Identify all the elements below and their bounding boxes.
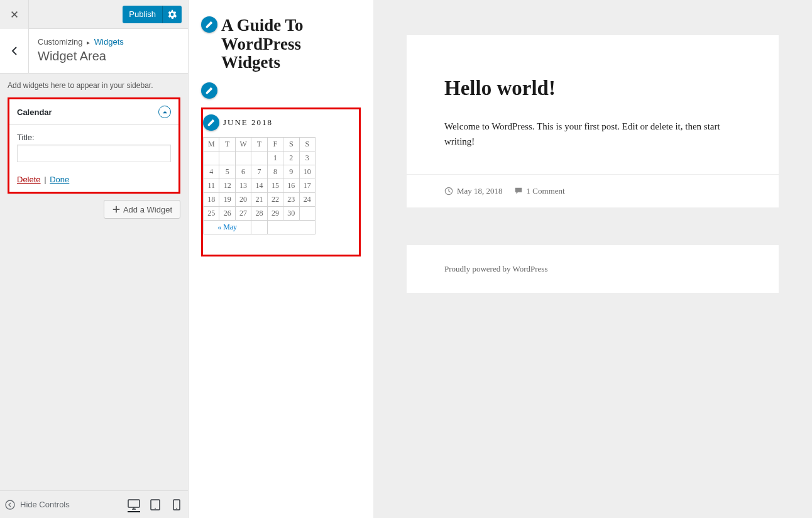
sidebar-description: Add widgets here to appear in your sideb… bbox=[8, 81, 180, 90]
calendar-prev-link[interactable]: « May bbox=[217, 223, 237, 231]
calendar-day[interactable]: 19 bbox=[219, 193, 235, 207]
calendar-day[interactable]: 11 bbox=[204, 179, 219, 193]
calendar-day[interactable]: 18 bbox=[204, 193, 219, 207]
calendar-day[interactable]: 28 bbox=[251, 207, 267, 221]
calendar-day bbox=[235, 152, 251, 165]
calendar-widget-preview: JUNE 2018 MTWTFSS 1234567891011121314151… bbox=[201, 107, 361, 256]
calendar-day[interactable]: 13 bbox=[235, 179, 251, 193]
section-header: Customizing ▸ Widgets Widget Area bbox=[0, 29, 188, 74]
pencil-icon bbox=[205, 86, 214, 95]
calendar-day[interactable]: 1 bbox=[267, 152, 283, 165]
calendar-day bbox=[251, 152, 267, 165]
close-button[interactable] bbox=[0, 0, 29, 29]
edit-shortcut-site-title[interactable] bbox=[201, 16, 217, 33]
close-icon bbox=[10, 10, 19, 19]
calendar-day[interactable]: 29 bbox=[267, 207, 283, 221]
gear-icon bbox=[167, 9, 177, 19]
hide-controls-button[interactable]: Hide Controls bbox=[5, 500, 70, 510]
calendar-day[interactable]: 25 bbox=[204, 207, 219, 221]
theme-sidebar: A Guide To WordPress Widgets JUNE 2018 M… bbox=[189, 0, 373, 518]
calendar-day[interactable]: 17 bbox=[299, 179, 315, 193]
calendar-caption: JUNE 2018 bbox=[223, 118, 273, 128]
post-title[interactable]: Hello world! bbox=[444, 77, 741, 100]
widget-done-link[interactable]: Done bbox=[50, 175, 69, 184]
calendar-day[interactable]: 8 bbox=[267, 165, 283, 179]
post-comments-link[interactable]: 1 Comment bbox=[514, 186, 565, 196]
calendar-day[interactable]: 27 bbox=[235, 207, 251, 221]
widget-calendar: Calendar Title: Delete | Done bbox=[8, 97, 180, 194]
calendar-day[interactable]: 26 bbox=[219, 207, 235, 221]
back-button[interactable] bbox=[0, 29, 29, 73]
breadcrumb: Customizing ▸ Widgets bbox=[38, 37, 124, 47]
calendar-table: MTWTFSS 12345678910111213141516171819202… bbox=[203, 137, 315, 234]
calendar-day[interactable]: 4 bbox=[204, 165, 219, 179]
publish-settings-button[interactable] bbox=[163, 6, 182, 23]
svg-point-3 bbox=[155, 507, 156, 509]
calendar-dow: S bbox=[299, 138, 315, 152]
calendar-dow: M bbox=[204, 138, 219, 152]
breadcrumb-root: Customizing bbox=[38, 37, 83, 47]
publish-group: Publish bbox=[123, 6, 182, 23]
calendar-day[interactable]: 5 bbox=[219, 165, 235, 179]
widget-header[interactable]: Calendar bbox=[9, 99, 178, 125]
site-footer: Proudly powered by WordPress bbox=[407, 245, 779, 293]
device-tablet-button[interactable] bbox=[149, 499, 162, 511]
device-buttons bbox=[128, 499, 183, 511]
sidebar-topbar: Publish bbox=[0, 0, 188, 29]
edit-shortcut-nav[interactable] bbox=[201, 82, 217, 99]
publish-button[interactable]: Publish bbox=[123, 6, 163, 23]
widget-name: Calendar bbox=[17, 107, 52, 117]
device-desktop-button[interactable] bbox=[128, 500, 140, 512]
calendar-day[interactable]: 16 bbox=[283, 179, 299, 193]
widget-content: Title: bbox=[9, 125, 178, 170]
calendar-dow: T bbox=[219, 138, 235, 152]
calendar-day[interactable]: 6 bbox=[235, 165, 251, 179]
section-title: Widget Area bbox=[38, 49, 124, 63]
chevron-up-icon bbox=[162, 109, 168, 115]
hide-controls-label: Hide Controls bbox=[20, 500, 70, 509]
desktop-icon bbox=[128, 499, 140, 510]
add-widget-button[interactable]: Add a Widget bbox=[104, 200, 180, 219]
post-date[interactable]: May 18, 2018 bbox=[444, 186, 503, 196]
calendar-day bbox=[219, 152, 235, 165]
device-mobile-button[interactable] bbox=[170, 499, 183, 511]
edit-shortcut-calendar[interactable] bbox=[203, 114, 219, 131]
calendar-day[interactable]: 14 bbox=[251, 179, 267, 193]
calendar-day[interactable]: 12 bbox=[219, 179, 235, 193]
calendar-day[interactable]: 24 bbox=[299, 193, 315, 207]
calendar-day[interactable]: 2 bbox=[283, 152, 299, 165]
calendar-day[interactable]: 15 bbox=[267, 179, 283, 193]
calendar-day[interactable]: 10 bbox=[299, 165, 315, 179]
collapse-left-icon bbox=[5, 500, 15, 510]
theme-main: Hello world! Welcome to WordPress. This … bbox=[373, 0, 812, 518]
calendar-day[interactable]: 9 bbox=[283, 165, 299, 179]
comment-icon bbox=[514, 187, 523, 196]
add-widget-label: Add a Widget bbox=[123, 205, 172, 214]
calendar-day[interactable]: 23 bbox=[283, 193, 299, 207]
calendar-day[interactable]: 3 bbox=[299, 152, 315, 165]
calendar-day[interactable]: 20 bbox=[235, 193, 251, 207]
widget-title-input[interactable] bbox=[17, 145, 171, 162]
svg-rect-1 bbox=[128, 500, 140, 507]
customizer-sidebar: Publish Customizing ▸ Widgets Widget Are… bbox=[0, 0, 189, 518]
calendar-day[interactable]: 22 bbox=[267, 193, 283, 207]
site-title[interactable]: A Guide To WordPress Widgets bbox=[221, 16, 361, 72]
calendar-dow: T bbox=[251, 138, 267, 152]
widget-delete-link[interactable]: Delete bbox=[17, 175, 41, 184]
calendar-day[interactable]: 7 bbox=[251, 165, 267, 179]
calendar-dow: F bbox=[267, 138, 283, 152]
post-card: Hello world! Welcome to WordPress. This … bbox=[407, 35, 779, 207]
calendar-dow: S bbox=[283, 138, 299, 152]
action-separator: | bbox=[44, 175, 46, 184]
calendar-day bbox=[204, 152, 219, 165]
breadcrumb-parent-link[interactable]: Widgets bbox=[94, 37, 124, 47]
calendar-day[interactable]: 30 bbox=[283, 207, 299, 221]
tablet-icon bbox=[150, 499, 160, 510]
collapse-toggle[interactable] bbox=[158, 106, 171, 118]
footer-credit-link[interactable]: Proudly powered by WordPress bbox=[444, 264, 547, 273]
svg-point-0 bbox=[6, 500, 14, 509]
svg-point-5 bbox=[176, 507, 177, 509]
pencil-icon bbox=[205, 20, 214, 29]
calendar-day[interactable]: 21 bbox=[251, 193, 267, 207]
post-meta: May 18, 2018 1 Comment bbox=[407, 174, 779, 207]
